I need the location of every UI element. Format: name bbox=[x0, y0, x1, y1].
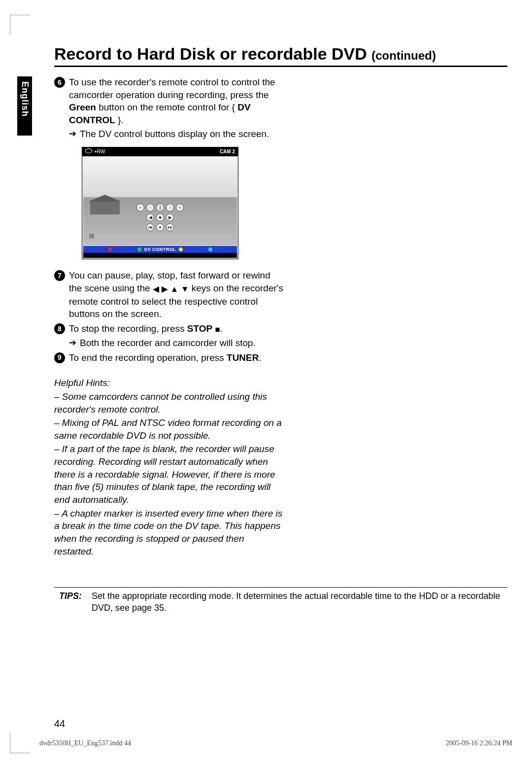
page-number: 44 bbox=[54, 718, 65, 730]
source-file-footer: dvdr5350H_EU_Eng537.indd 44 bbox=[39, 739, 131, 747]
step-9: 9 To end the recording operation, press … bbox=[54, 351, 286, 364]
s8-post: . bbox=[220, 323, 223, 334]
control-row-1: « ‹ ∥ › » bbox=[82, 204, 238, 211]
s8-arrow-text: Both the recorder and camcorder will sto… bbox=[80, 337, 286, 349]
tips-rule bbox=[54, 587, 507, 588]
s9-post: . bbox=[259, 352, 261, 363]
frame-back-icon: ‹ bbox=[146, 204, 154, 211]
tips-text: Set the appropriate recording mode. It d… bbox=[92, 591, 502, 614]
green-dot-icon bbox=[137, 247, 141, 251]
step-number-6: 6 bbox=[54, 77, 65, 88]
crop-mark-top-left bbox=[10, 15, 30, 35]
pause-icon: ∥ bbox=[156, 204, 164, 211]
step-6: 6 To use the recorder's remote control t… bbox=[54, 76, 286, 127]
helpful-hints: Helpful Hints: – Some camcorders cannot … bbox=[54, 377, 286, 558]
dv-control-screenshot: +RW CAM 2 « ‹ ∥ › » ◀ ■ ▶ ⏮ ● ⏭ bbox=[82, 147, 238, 259]
frame-fwd-icon: › bbox=[166, 204, 174, 211]
yellow-dot-icon bbox=[179, 247, 183, 251]
step-number-8: 8 bbox=[54, 323, 65, 334]
screen-black-bar bbox=[83, 253, 237, 258]
rw-label: +RW bbox=[94, 149, 105, 154]
play-icon: ▶ bbox=[166, 213, 174, 221]
screen-color-bar: DV CONTROL bbox=[83, 246, 237, 253]
skip-back-icon: ⏮ bbox=[146, 223, 154, 231]
progress-slider bbox=[87, 235, 233, 237]
control-row-3: ⏮ ● ⏭ bbox=[82, 223, 238, 231]
control-row-2: ◀ ■ ▶ bbox=[82, 213, 238, 221]
screen-topbar: +RW CAM 2 bbox=[82, 147, 238, 156]
hint-4: – A chapter marker is inserted every tim… bbox=[54, 507, 286, 558]
play-back-icon: ◀ bbox=[146, 213, 154, 221]
red-dot-icon bbox=[108, 247, 112, 251]
s6-post: }. bbox=[115, 115, 124, 125]
timestamp-footer: 2005-09-16 2:26:24 PM bbox=[446, 739, 512, 747]
fast-fwd-icon: » bbox=[176, 204, 184, 211]
title-continued: (continued) bbox=[371, 49, 436, 62]
s6-pre: To use the recorder's remote control to … bbox=[69, 77, 275, 100]
step-8: 8 To stop the recording, press STOP ■. bbox=[54, 322, 286, 336]
body-column: 6 To use the recorder's remote control t… bbox=[54, 76, 286, 558]
arrow-icon: ➔ bbox=[69, 128, 80, 140]
cam-label: CAM 2 bbox=[220, 148, 235, 155]
stop-icon: ■ bbox=[156, 213, 164, 221]
language-tab: English bbox=[17, 76, 32, 136]
step-6-text: To use the recorder's remote control to … bbox=[69, 76, 286, 127]
hint-2: – Mixing of PAL and NTSC video format re… bbox=[54, 417, 286, 442]
step-6-result: ➔ The DV control buttons display on the … bbox=[69, 128, 286, 140]
s6-arrow-text: The DV control buttons display on the sc… bbox=[80, 128, 286, 140]
hint-1: – Some camcorders cannot be controlled u… bbox=[54, 390, 286, 416]
nav-arrows-icon: ◀ ▶ ▲ ▼ bbox=[153, 284, 192, 294]
title-rule bbox=[54, 66, 507, 67]
step-number-9: 9 bbox=[54, 352, 65, 363]
step-7: 7 You can pause, play, stop, fast forwar… bbox=[54, 269, 286, 320]
tips-row: TIPS: Set the appropriate recording mode… bbox=[59, 591, 502, 614]
arrow-icon: ➔ bbox=[69, 337, 80, 349]
s6-green: Green bbox=[69, 102, 96, 112]
title-main: Record to Hard Disk or recordable DVD bbox=[54, 44, 371, 63]
s9-pre: To end the recording operation, press bbox=[69, 352, 227, 363]
step-9-text: To end the recording operation, press TU… bbox=[69, 351, 286, 364]
s8-stop: STOP bbox=[187, 323, 212, 334]
stop-square-icon: ■ bbox=[215, 325, 220, 334]
slider-knob bbox=[89, 234, 94, 239]
s9-tuner: TUNER bbox=[227, 352, 259, 363]
record-icon: ● bbox=[156, 223, 164, 231]
tips-label: TIPS: bbox=[59, 591, 82, 614]
rewind-icon: « bbox=[136, 204, 144, 211]
dv-control-label: DV CONTROL bbox=[144, 246, 176, 252]
blue-dot-icon bbox=[208, 247, 212, 251]
step-8-text: To stop the recording, press STOP ■. bbox=[69, 322, 286, 336]
page-content: Record to Hard Disk or recordable DVD (c… bbox=[34, 20, 507, 614]
step-7-text: You can pause, play, stop, fast forward … bbox=[69, 269, 286, 320]
crop-mark-bottom-left bbox=[10, 733, 30, 753]
step-8-result: ➔ Both the recorder and camcorder will s… bbox=[69, 337, 286, 349]
scene-image bbox=[83, 157, 237, 245]
s8-pre: To stop the recording, press bbox=[69, 323, 187, 334]
hint-3: – If a part of the tape is blank, the re… bbox=[54, 443, 286, 506]
step-number-7: 7 bbox=[54, 270, 65, 281]
disc-indicator: +RW bbox=[85, 148, 105, 155]
s6-mid: button on the remote control for { bbox=[96, 102, 237, 112]
page-title: Record to Hard Disk or recordable DVD (c… bbox=[34, 44, 507, 64]
skip-fwd-icon: ⏭ bbox=[166, 223, 174, 231]
hints-title: Helpful Hints: bbox=[54, 377, 286, 389]
